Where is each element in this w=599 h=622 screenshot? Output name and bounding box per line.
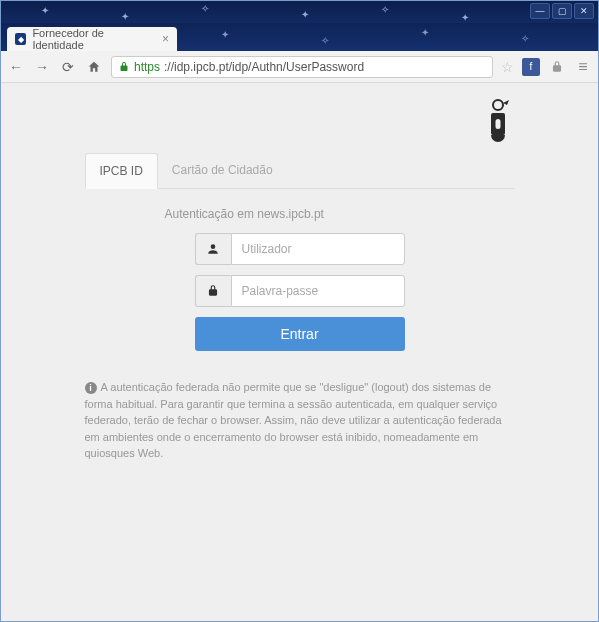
window-maximize-button[interactable]: ▢ <box>552 3 572 19</box>
svg-point-0 <box>493 100 503 110</box>
back-button[interactable]: ← <box>7 58 25 76</box>
os-titlebar: ✦ ✦ ✧ ✦ ✧ ✦ — ▢ ✕ <box>1 1 598 23</box>
url-path: ://idp.ipcb.pt/idp/Authn/UserPassword <box>164 60 364 74</box>
username-input[interactable] <box>231 233 405 265</box>
url-bar[interactable]: https://idp.ipcb.pt/idp/Authn/UserPasswo… <box>111 56 493 78</box>
tab-cartao-cidadao[interactable]: Cartão de Cidadão <box>158 153 287 188</box>
window-minimize-button[interactable]: — <box>530 3 550 19</box>
notice-text: A autenticação federada não permite que … <box>85 381 502 459</box>
window-close-button[interactable]: ✕ <box>574 3 594 19</box>
bookmark-star-icon[interactable]: ☆ <box>501 59 514 75</box>
tab-ipcb-id[interactable]: IPCB ID <box>85 153 158 189</box>
reload-button[interactable]: ⟳ <box>59 58 77 76</box>
federated-auth-notice: iA autenticação federada não permite que… <box>85 379 515 462</box>
user-icon <box>195 233 231 265</box>
home-button[interactable] <box>85 58 103 76</box>
svg-rect-2 <box>495 119 500 129</box>
lock-icon <box>118 61 130 73</box>
submit-button[interactable]: Entrar <box>195 317 405 351</box>
institution-logo <box>85 97 515 143</box>
browser-tabstrip: ✦ ✧ ✦ ✧ ◆ Fornecedor de Identidade × <box>1 23 598 51</box>
extension-lock-icon[interactable] <box>548 58 566 76</box>
tab-close-icon[interactable]: × <box>162 32 169 46</box>
facebook-extension-icon[interactable]: f <box>522 58 540 76</box>
tab-favicon: ◆ <box>15 33 26 45</box>
browser-window: ✦ ✦ ✧ ✦ ✧ ✦ — ▢ ✕ ✦ ✧ ✦ ✧ ◆ Fornecedor d… <box>0 0 599 622</box>
browser-toolbar: ← → ⟳ https://idp.ipcb.pt/idp/Authn/User… <box>1 51 598 83</box>
page-body: IPCB ID Cartão de Cidadão Autenticação e… <box>1 83 598 621</box>
auth-message: Autenticação em news.ipcb.pt <box>165 207 515 221</box>
tab-title: Fornecedor de Identidade <box>32 27 152 51</box>
password-input[interactable] <box>231 275 405 307</box>
auth-tabs: IPCB ID Cartão de Cidadão <box>85 153 515 189</box>
info-icon: i <box>85 382 97 394</box>
forward-button[interactable]: → <box>33 58 51 76</box>
browser-menu-icon[interactable]: ≡ <box>574 58 592 76</box>
password-lock-icon <box>195 275 231 307</box>
url-scheme: https <box>134 60 160 74</box>
browser-tab[interactable]: ◆ Fornecedor de Identidade × <box>7 27 177 51</box>
